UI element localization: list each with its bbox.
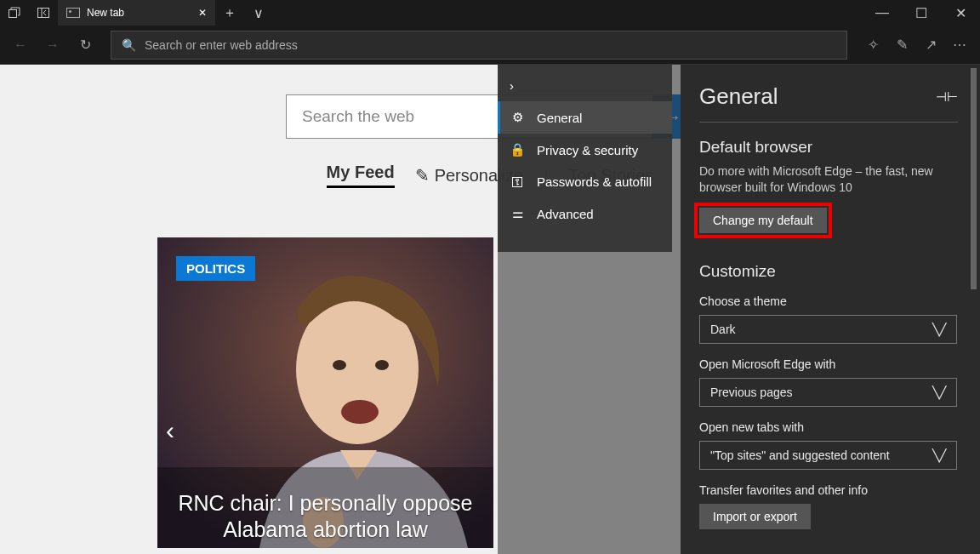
chevron-down-icon: ╲╱ xyxy=(932,386,946,399)
nav-item-general[interactable]: ⚙ General xyxy=(498,101,672,134)
forward-button[interactable]: → xyxy=(39,31,66,59)
svg-point-6 xyxy=(341,400,379,424)
new-tab-button[interactable]: ＋ xyxy=(215,0,244,26)
search-icon: 🔍 xyxy=(122,38,136,52)
pencil-icon: ✎ xyxy=(415,165,430,186)
key-icon: ⚿ xyxy=(510,174,525,189)
favorites-icon[interactable]: ✧ xyxy=(859,31,886,59)
nav-item-privacy[interactable]: 🔒 Privacy & security xyxy=(498,134,672,166)
import-export-button[interactable]: Import or export xyxy=(699,504,811,529)
tab-actions-icon[interactable] xyxy=(0,0,29,26)
nav-label: Passwords & autofill xyxy=(537,174,652,189)
refresh-button[interactable]: ↻ xyxy=(71,31,99,59)
open-with-select[interactable]: Previous pages ╲╱ xyxy=(699,378,957,407)
address-placeholder: Search or enter web address xyxy=(145,38,298,52)
chevron-down-icon: ╲╱ xyxy=(932,323,946,336)
new-tabs-value: "Top sites" and suggested content xyxy=(710,448,890,462)
lock-icon: 🔒 xyxy=(510,142,525,157)
new-tabs-label: Open new tabs with xyxy=(699,420,958,434)
nav-label: Privacy & security xyxy=(537,143,638,157)
web-search-placeholder: Search the web xyxy=(302,107,414,126)
hero-category-tag: POLITICS xyxy=(176,256,255,281)
new-tabs-select[interactable]: "Top sites" and suggested content ╲╱ xyxy=(699,441,957,470)
chevron-down-icon: ╲╱ xyxy=(932,448,946,462)
transfer-label: Transfer favorites and other info xyxy=(699,483,958,497)
nav-label: Advanced xyxy=(537,207,594,221)
hero-card[interactable]: POLITICS ‹ RNC chair: I personally oppos… xyxy=(157,237,493,548)
divider xyxy=(699,122,958,123)
settings-panel: General ⊣⊢ Default browser Do more with … xyxy=(681,65,980,554)
svg-point-5 xyxy=(375,360,389,370)
tab-my-feed[interactable]: My Feed xyxy=(327,163,395,188)
toolbar: ← → ↻ 🔍 Search or enter web address ✧ ✎ … xyxy=(0,26,980,65)
content-area: Search the web → My Feed ✎Personalize | … xyxy=(0,65,980,554)
nav-label: General xyxy=(537,111,582,125)
settings-title: General ⊣⊢ xyxy=(699,83,958,110)
more-icon[interactable]: ⋯ xyxy=(946,31,973,59)
theme-label: Choose a theme xyxy=(699,294,958,308)
scrollbar[interactable] xyxy=(971,68,977,289)
nav-item-passwords[interactable]: ⚿ Passwords & autofill xyxy=(498,166,672,197)
open-with-value: Previous pages xyxy=(710,386,793,399)
tab-favicon-icon xyxy=(66,8,80,18)
set-aside-icon[interactable] xyxy=(29,0,58,26)
settings-back-icon[interactable]: › xyxy=(498,70,672,101)
svg-rect-0 xyxy=(9,10,17,18)
gear-icon: ⚙ xyxy=(510,110,525,125)
default-browser-heading: Default browser xyxy=(699,138,958,157)
tabs-dropdown-icon[interactable]: ∨ xyxy=(244,0,273,26)
title-bar: New tab ✕ ＋ ∨ — ☐ ✕ xyxy=(0,0,980,26)
window-close-button[interactable]: ✕ xyxy=(941,0,980,26)
pin-icon[interactable]: ⊣⊢ xyxy=(936,89,958,105)
address-bar[interactable]: 🔍 Search or enter web address xyxy=(111,31,847,60)
notes-icon[interactable]: ✎ xyxy=(888,31,915,59)
change-default-button[interactable]: Change my default xyxy=(699,208,827,233)
maximize-button[interactable]: ☐ xyxy=(902,0,941,26)
theme-value: Dark xyxy=(710,323,736,336)
nav-item-advanced[interactable]: ⚌ Advanced xyxy=(498,197,672,230)
open-with-label: Open Microsoft Edge with xyxy=(699,357,958,371)
default-browser-desc: Do more with Microsoft Edge – the fast, … xyxy=(699,163,958,196)
customize-heading: Customize xyxy=(699,262,958,281)
sliders-icon: ⚌ xyxy=(510,206,525,221)
tab-title: New tab xyxy=(87,7,124,19)
back-button[interactable]: ← xyxy=(7,31,34,59)
share-icon[interactable]: ↗ xyxy=(917,31,944,59)
theme-select[interactable]: Dark ╲╱ xyxy=(699,315,957,344)
settings-nav: › ⚙ General 🔒 Privacy & security ⚿ Passw… xyxy=(498,65,672,252)
svg-point-4 xyxy=(333,360,346,370)
minimize-button[interactable]: — xyxy=(863,0,902,26)
hero-prev-arrow-icon[interactable]: ‹ xyxy=(166,416,174,445)
browser-tab[interactable]: New tab ✕ xyxy=(58,0,215,26)
hero-headline: RNC chair: I personally oppose Alabama a… xyxy=(176,490,475,544)
tab-close-icon[interactable]: ✕ xyxy=(198,7,207,19)
